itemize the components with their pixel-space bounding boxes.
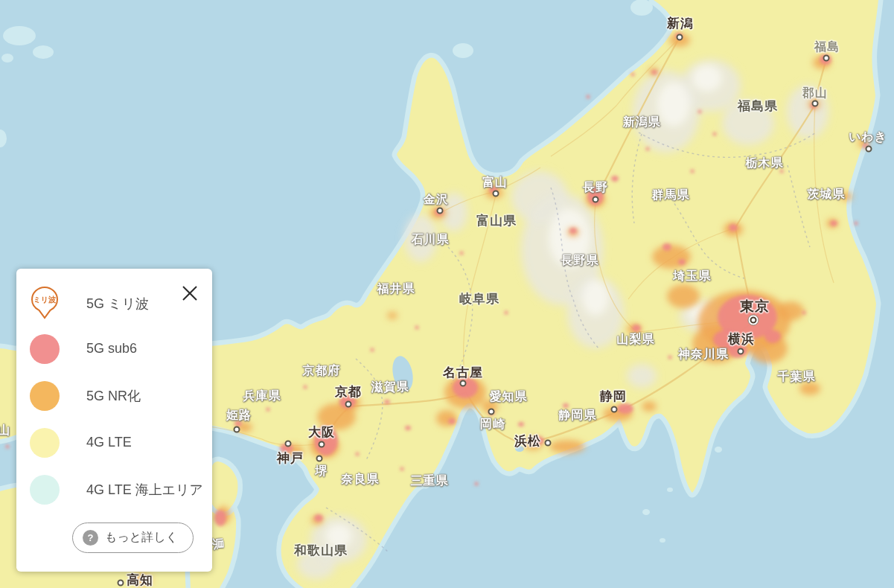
- legend-title: 5G ミリ波: [86, 295, 149, 313]
- lake-hamana: [515, 446, 524, 452]
- awaji-island: [208, 461, 238, 511]
- question-icon: ?: [83, 530, 98, 546]
- more-details-button[interactable]: ? もっと詳しく: [72, 523, 194, 553]
- more-details-label: もっと詳しく: [105, 530, 178, 546]
- legend-swatch: [30, 334, 60, 364]
- legend-item: 5G NR化: [30, 372, 212, 419]
- coverage-map[interactable]: 新潟福島郡山福島県新潟県いわき栃木県富山長野群馬県茨城県金沢富山県石川県長野県埼…: [0, 0, 894, 588]
- legend-items: 5G sub65G NR化4G LTE4G LTE 海上エリア: [30, 325, 212, 513]
- legend-item-label: 4G LTE: [86, 435, 132, 450]
- legend-item-label: 5G NR化: [86, 387, 141, 405]
- pin-icon-text: ミリ波: [33, 295, 56, 304]
- legend-item-label: 4G LTE 海上エリア: [86, 481, 203, 499]
- close-icon[interactable]: [179, 284, 200, 304]
- legend-swatch: [30, 428, 60, 458]
- legend-item-label: 5G sub6: [86, 341, 137, 357]
- legend-swatch: [30, 475, 60, 505]
- legend-item: 4G LTE: [30, 419, 212, 466]
- legend-item: 4G LTE 海上エリア: [30, 466, 212, 513]
- millimeter-wave-pin-icon: ミリ波: [28, 285, 61, 322]
- legend-swatch: [30, 381, 60, 411]
- legend-card: ミリ波 5G ミリ波 5G sub65G NR化4G LTE4G LTE 海上エ…: [16, 269, 212, 572]
- legend-item: 5G sub6: [30, 325, 212, 372]
